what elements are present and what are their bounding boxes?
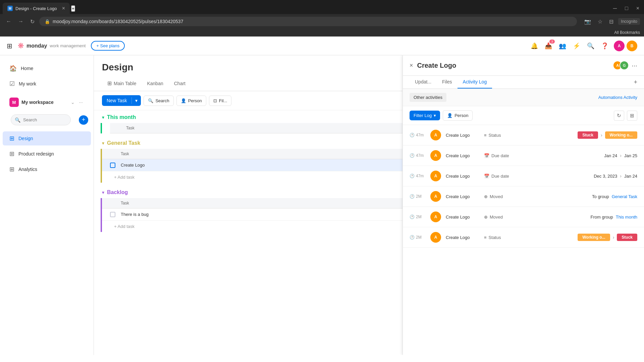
group-this-month-toggle[interactable]: ▾ [102, 115, 104, 120]
activity-field-5: ≡ Status [484, 235, 518, 240]
sidebar-item-product-redesign[interactable]: ⊞ Product redesign [3, 147, 91, 161]
table-row[interactable]: There is a bug [102, 208, 402, 221]
search-button[interactable]: 🔍 [586, 41, 596, 51]
workspace-more-button[interactable]: ··· [77, 99, 84, 106]
panel-avatar-2[interactable]: G [620, 61, 629, 70]
panel-tab-activity-label: Activity Log [463, 79, 487, 84]
filter-person-label: Person [454, 113, 468, 118]
grid-menu-icon[interactable]: ⊞ [7, 42, 12, 50]
activity-user-avatar-5: A [430, 232, 441, 243]
minimize-button[interactable]: ─ [611, 4, 619, 13]
workspace-label: My workspace [21, 100, 67, 105]
filter-log-label: Filter Log [414, 113, 432, 118]
new-task-button[interactable]: New Task ▾ [102, 95, 141, 106]
workspace-header[interactable]: M My workspace ⌄ ··· [3, 94, 91, 110]
maximize-button[interactable]: □ [623, 4, 630, 13]
clock-icon-4: 🕐 [410, 215, 415, 219]
task-checkbox-cell [102, 159, 118, 171]
search-toolbar-label: Search [155, 98, 169, 103]
group-general-task: ▾ General Task Task [94, 136, 402, 183]
incognito-profile[interactable]: Incognito [618, 18, 640, 25]
tab-kanban[interactable]: Kanban [142, 77, 168, 90]
filter-log-button[interactable]: Filter Log ▾ [410, 111, 440, 120]
activity-moved-link-3[interactable]: General Task [612, 194, 637, 199]
backlog-task-checkbox[interactable] [110, 212, 115, 217]
active-browser-tab[interactable]: M Design - Create Logo × [3, 3, 70, 14]
automations-tab[interactable]: Automations Activity [598, 95, 637, 100]
help-button[interactable]: ❓ [600, 41, 610, 51]
workspace-expand-button[interactable]: ⌄ [69, 99, 76, 106]
panel-tab-add-button[interactable]: + [634, 79, 637, 86]
this-month-task-col: Task [123, 123, 402, 133]
sidebar-item-my-work[interactable]: ☑ My work [3, 77, 91, 91]
activity-to-badge-5: Stuck [617, 234, 637, 241]
user-avatars: A B [614, 41, 637, 51]
table-row[interactable]: Create Logo [102, 159, 402, 171]
activity-from-date-2: Dec 3, 2023 [594, 174, 617, 179]
backlog-add-link[interactable]: + Add task [110, 222, 139, 231]
task-checkbox[interactable] [110, 163, 115, 168]
tab-main-table[interactable]: ⊞ Main Table [102, 77, 142, 91]
new-tab-button[interactable]: + [71, 5, 75, 12]
integration-button[interactable]: ⚡ [572, 41, 582, 51]
board-content: ▾ This month Task [94, 110, 402, 355]
bookmarks-label[interactable]: All Bookmarks [614, 30, 640, 35]
design-icon: ⊞ [9, 135, 14, 142]
forward-button[interactable]: → [16, 17, 25, 26]
panel-tab-files[interactable]: Files [437, 76, 458, 88]
view-toggle-button[interactable]: ⊞ [627, 111, 637, 121]
sidebar-item-home[interactable]: 🏠 Home [3, 61, 91, 75]
new-task-label: New Task [102, 95, 131, 106]
sidebar-add-button[interactable]: + [79, 115, 88, 125]
tab-close-button[interactable]: × [62, 5, 65, 11]
panel-tab-activity-log[interactable]: Activity Log [458, 76, 492, 88]
sidebar-item-analytics[interactable]: ⊞ Analytics [3, 162, 91, 176]
panel-close-button[interactable]: × [410, 62, 413, 69]
user-avatar-1[interactable]: A [614, 41, 625, 51]
sidebar-icon[interactable]: ⊟ [607, 17, 615, 26]
group-general-task-title[interactable]: General Task [107, 140, 140, 146]
detail-panel: × Create Logo A G ··· Updat... Files [402, 55, 644, 355]
group-backlog-title[interactable]: Backlog [107, 189, 128, 195]
see-plans-button[interactable]: + See plans [91, 41, 125, 51]
address-bar[interactable]: 🔒 moodjoy.monday.com/boards/1830420525/p… [39, 17, 577, 26]
search-toolbar-button[interactable]: 🔍 Search [144, 96, 173, 106]
workspace-actions: ⌄ ··· [69, 99, 84, 106]
activity-moved-link-4[interactable]: This month [616, 215, 637, 220]
inbox-button[interactable]: 📥 3 [543, 41, 553, 51]
group-this-month-title[interactable]: This month [107, 114, 136, 120]
close-button[interactable]: × [634, 4, 641, 13]
activity-values-5: Working o... › Stuck [578, 234, 637, 241]
tab-chart[interactable]: Chart [169, 77, 191, 90]
activity-time-1: 🕐 47m [410, 153, 426, 158]
general-task-add-link[interactable]: + Add task [110, 173, 139, 182]
home-icon: 🏠 [9, 65, 17, 72]
tab-favicon: M [7, 6, 13, 11]
refresh-button[interactable]: ↻ [614, 111, 624, 121]
activity-time-5: 🕐 2M [410, 235, 426, 240]
panel-content: Other activities Automations Activity Fi… [403, 89, 644, 355]
activity-arrow-5: › [613, 235, 614, 240]
activity-field-icon-5: ≡ [484, 235, 487, 240]
people-button[interactable]: 👥 [557, 41, 568, 51]
panel-tab-updates[interactable]: Updat... [410, 76, 437, 88]
person-toolbar-button[interactable]: 👤 Person [176, 96, 206, 106]
camera-icon[interactable]: 📷 [582, 17, 593, 26]
user-avatar-2[interactable]: B [627, 41, 637, 51]
notification-bell-button[interactable]: 🔔 [529, 41, 539, 51]
panel-more-button[interactable]: ··· [632, 62, 637, 69]
activity-field-icon-2: 📅 [484, 174, 489, 179]
new-task-dropdown-icon[interactable]: ▾ [132, 95, 141, 106]
group-backlog-toggle[interactable]: ▾ [102, 190, 104, 195]
main-table-tab-label: Main Table [114, 81, 136, 86]
group-general-task-toggle[interactable]: ▾ [102, 140, 104, 146]
bookmarks-bar: All Bookmarks [0, 29, 644, 37]
back-button[interactable]: ← [4, 17, 13, 26]
reload-button[interactable]: ↻ [28, 17, 37, 26]
filter-toolbar-button[interactable]: ⊡ Fil... [209, 96, 232, 106]
sidebar-item-design[interactable]: ⊞ Design [3, 131, 91, 145]
product-redesign-label: Product redesign [18, 151, 54, 157]
star-icon[interactable]: ☆ [596, 17, 604, 26]
filter-person-button[interactable]: 👤 Person [443, 110, 473, 121]
other-activities-tab[interactable]: Other activities [410, 93, 446, 102]
